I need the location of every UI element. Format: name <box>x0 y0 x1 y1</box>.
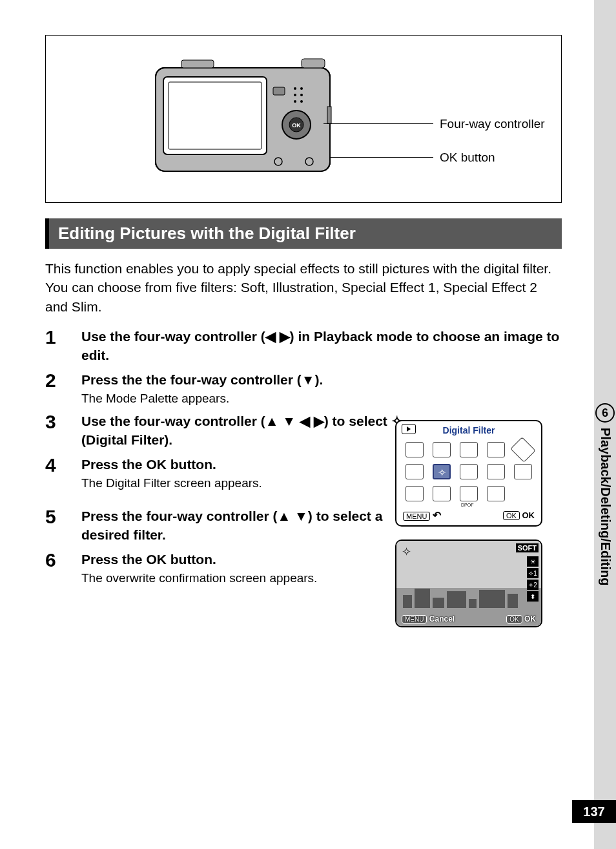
step-number: 2 <box>45 371 81 406</box>
palette-icon-dpof: DPOF <box>460 486 478 501</box>
step-number: 1 <box>45 328 81 364</box>
svg-point-7 <box>294 94 296 96</box>
chapter-number-circle: 6 <box>595 403 615 423</box>
menu-badge: MENU <box>403 512 430 521</box>
step-title: Press the OK button. <box>81 456 404 474</box>
ok-badge: OK <box>506 615 522 624</box>
chapter-side-tab: 6 Playback/Deleting/Editing <box>595 403 615 586</box>
step-number: 5 <box>45 507 81 544</box>
step-title: Press the the four-way controller (▼). <box>81 371 562 389</box>
dpof-label: DPOF <box>461 503 473 507</box>
cancel-text: Cancel <box>429 614 455 624</box>
palette-icon <box>406 464 424 479</box>
preview-photo: ✧ SOFT ☀ ✧1 ✧2 ⬍ MENU Cancel OK OK <box>396 541 541 626</box>
step-desc: The Digital Filter screen appears. <box>81 476 404 490</box>
ok-text: OK <box>522 510 535 520</box>
callout-line-controller <box>323 123 433 124</box>
step-2: 2 Press the the four-way controller (▼).… <box>45 371 562 406</box>
filter-indicator: ✧1 <box>527 568 539 578</box>
step-title: Press the OK button. <box>81 550 404 569</box>
palette-icon <box>511 438 535 462</box>
svg-rect-4 <box>273 87 285 95</box>
step-title: Use the four-way controller (▲ ▼ ◀ ▶) to… <box>81 412 404 449</box>
palette-icon <box>487 442 505 457</box>
arrow-icons: ▲ ▼ <box>277 508 307 523</box>
step-title-pre: Press the four-way controller ( <box>81 508 277 523</box>
section-intro: This function enables you to apply speci… <box>45 259 562 316</box>
palette-icon <box>433 486 451 501</box>
callout-label-controller: Four-way controller <box>440 117 545 131</box>
chapter-title: Playback/Deleting/Editing <box>598 428 613 586</box>
ok-text: OK <box>524 614 536 624</box>
svg-rect-18 <box>327 107 331 123</box>
step-desc: The Mode Palette appears. <box>81 392 562 406</box>
svg-text:OK: OK <box>292 122 301 129</box>
svg-point-8 <box>300 94 303 96</box>
wand-icon: ✧ <box>402 545 411 559</box>
screen-title: Digital Filter <box>396 425 541 435</box>
arrow-icons: ◀ ▶ <box>265 329 290 344</box>
palette-icon <box>406 486 424 501</box>
svg-rect-3 <box>169 82 262 149</box>
filter-preview-screen: ✧ SOFT ☀ ✧1 ✧2 ⬍ MENU Cancel OK OK <box>395 540 542 627</box>
palette-icon <box>514 464 532 479</box>
palette-icon <box>460 442 478 457</box>
camera-diagram-box: OK Four-way controller OK button <box>45 35 562 203</box>
return-arrow-icon: ↶ <box>433 510 441 521</box>
step-title-pre: Press the the four-way controller ( <box>81 372 302 387</box>
step-title-pre: Use the four-way controller ( <box>81 414 265 428</box>
palette-icon <box>487 464 505 479</box>
arrow-icons: ▲ ▼ ◀ ▶ <box>265 414 324 428</box>
palette-icon <box>487 486 505 501</box>
page-number: 137 <box>572 800 616 823</box>
step-number: 6 <box>45 550 81 585</box>
step-title: Use the four-way controller (◀ ▶) in Pla… <box>81 328 562 364</box>
photo-buildings <box>403 585 535 608</box>
soft-filter-badge: SOFT <box>516 543 539 552</box>
step-number: 3 <box>45 412 81 449</box>
menu-badge: MENU <box>402 615 427 624</box>
section-heading: Editing Pictures with the Digital Filter <box>45 218 562 249</box>
screen-footer: MENU Cancel OK OK <box>402 614 536 624</box>
camera-illustration: OK <box>149 48 343 191</box>
filter-indicator: ☀ <box>527 556 539 567</box>
svg-point-10 <box>300 100 303 103</box>
mode-palette-grid: ✧ DPOF <box>396 438 541 507</box>
step-title-pre: Use the four-way controller ( <box>81 329 265 344</box>
callout-label-ok: OK button <box>440 151 495 165</box>
step-1: 1 Use the four-way controller (◀ ▶) in P… <box>45 328 562 364</box>
svg-point-6 <box>300 87 303 90</box>
ok-badge: OK <box>503 511 520 520</box>
svg-rect-16 <box>181 60 214 68</box>
palette-icon <box>460 464 478 479</box>
screen-footer: MENU↶ OK OK <box>396 507 541 525</box>
digital-filter-icon-selected: ✧ <box>433 464 451 479</box>
svg-point-9 <box>294 100 296 103</box>
palette-icon <box>406 442 424 457</box>
svg-rect-17 <box>302 59 325 68</box>
step-title: Press the four-way controller (▲ ▼) to s… <box>81 507 404 544</box>
palette-icon <box>433 442 451 457</box>
step-desc: The overwrite confirmation screen appear… <box>81 571 404 585</box>
callout-line-ok <box>330 157 433 158</box>
arrow-icons: ▼ <box>302 372 315 387</box>
svg-point-5 <box>294 87 296 90</box>
mode-palette-screen: Digital Filter ✧ DPOF MENU↶ OK OK <box>395 420 542 527</box>
step-title-post: ). <box>315 372 323 387</box>
step-number: 4 <box>45 456 81 490</box>
